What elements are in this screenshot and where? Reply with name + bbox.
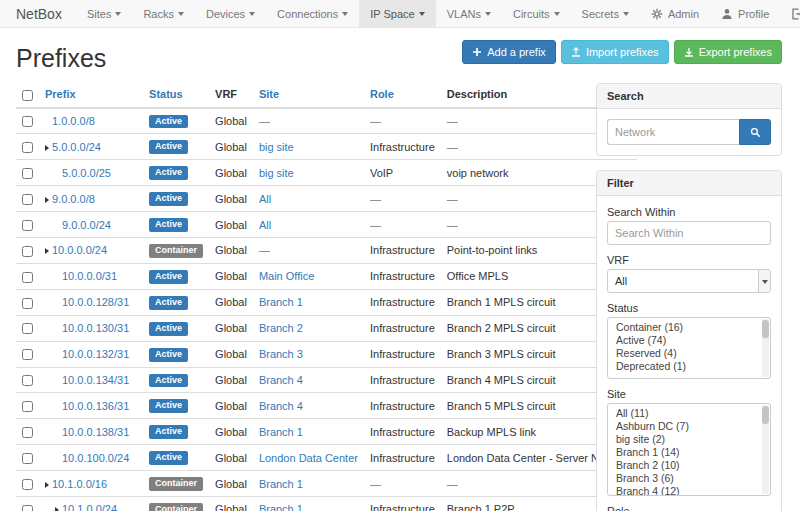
list-option[interactable]: All (11) [608, 407, 770, 420]
prefix-link[interactable]: 10.0.0.132/31 [62, 348, 129, 360]
prefix-link[interactable]: 10.0.0.134/31 [62, 374, 129, 386]
row-checkbox[interactable] [22, 142, 33, 153]
export-prefixes-button[interactable]: Export prefixes [674, 40, 782, 64]
list-option[interactable]: Deprecated (1) [608, 360, 770, 373]
site-link[interactable]: Branch 2 [259, 322, 303, 334]
status-badge: Active [149, 425, 188, 439]
row-checkbox[interactable] [22, 349, 33, 360]
site-link[interactable]: Branch 1 [259, 296, 303, 308]
nav-item-connections[interactable]: Connections [266, 0, 359, 27]
search-input[interactable] [607, 119, 739, 145]
site-listbox[interactable]: All (11)Ashburn DC (7)big site (2)Branch… [607, 403, 771, 496]
row-checkbox[interactable] [22, 246, 33, 257]
app-brand[interactable]: NetBox [0, 0, 76, 27]
prefix-link[interactable]: 10.0.0.0/31 [62, 270, 117, 282]
nav-item-label: Secrets [582, 8, 619, 20]
import-prefixes-button[interactable]: Import prefixes [561, 40, 669, 64]
row-checkbox[interactable] [22, 427, 33, 438]
search-button[interactable] [739, 119, 771, 145]
nav-item-sites[interactable]: Sites [76, 0, 132, 27]
scrollbar-thumb[interactable] [762, 320, 769, 338]
expand-caret-icon [45, 482, 49, 488]
prefix-link[interactable]: 10.0.0.130/31 [62, 322, 129, 334]
prefix-link[interactable]: 9.0.0.0/24 [62, 219, 111, 231]
nav-item-vlans[interactable]: VLANs [436, 0, 502, 27]
list-option[interactable]: Branch 3 (6) [608, 472, 770, 485]
site-link[interactable]: Branch 3 [259, 348, 303, 360]
nav-item-ip-space[interactable]: IP Space [359, 0, 435, 27]
select-all-checkbox[interactable] [22, 90, 33, 101]
nav-item-admin[interactable]: Admin [640, 0, 710, 27]
list-option[interactable]: Reserved (4) [608, 347, 770, 360]
prefix-link[interactable]: 10.0.0.136/31 [62, 400, 129, 412]
row-checkbox[interactable] [22, 194, 33, 205]
prefix-link[interactable]: 10.0.0.0/24 [52, 244, 107, 256]
nav-item-secrets[interactable]: Secrets [571, 0, 640, 27]
nav-item-log-out[interactable]: Log out [780, 0, 800, 27]
search-within-input[interactable] [607, 221, 771, 245]
row-checkbox[interactable] [22, 479, 33, 490]
prefix-link[interactable]: 10.0.100.0/24 [62, 452, 129, 464]
list-option[interactable]: Branch 4 (12) [608, 485, 770, 496]
chevron-down-icon [485, 12, 491, 16]
table-row: 10.0.100.0/24ActiveGlobalLondon Data Cen… [16, 445, 637, 471]
vrf-value: Global [209, 315, 253, 341]
nav-item-label: Admin [668, 8, 699, 20]
row-checkbox[interactable] [22, 401, 33, 412]
site-link[interactable]: big site [259, 141, 294, 153]
row-checkbox[interactable] [22, 220, 33, 231]
row-checkbox[interactable] [22, 505, 33, 511]
prefix-link[interactable]: 5.0.0.0/24 [52, 141, 101, 153]
site-link[interactable]: All [259, 219, 271, 231]
row-checkbox[interactable] [22, 323, 33, 334]
site-link[interactable]: Branch 4 [259, 400, 303, 412]
list-option[interactable]: Branch 2 (10) [608, 459, 770, 472]
vrf-value: Global [209, 393, 253, 419]
column-header-role[interactable]: Role [364, 83, 441, 108]
field-label: Role [607, 505, 771, 511]
row-checkbox[interactable] [22, 298, 33, 309]
site-link[interactable]: London Data Center [259, 452, 358, 464]
site-link[interactable]: All [259, 193, 271, 205]
prefix-link[interactable]: 10.1.0.0/16 [52, 478, 107, 490]
search-panel-title: Search [597, 84, 781, 109]
prefix-link[interactable]: 10.0.0.138/31 [62, 426, 129, 438]
column-header-site[interactable]: Site [253, 83, 364, 108]
site-link[interactable]: big site [259, 167, 294, 179]
prefix-link[interactable]: 5.0.0.0/25 [62, 167, 111, 179]
row-checkbox[interactable] [22, 168, 33, 179]
site-link[interactable]: Branch 4 [259, 374, 303, 386]
column-header-status[interactable]: Status [143, 83, 209, 108]
scrollbar-thumb[interactable] [762, 406, 769, 424]
site-link[interactable]: Main Office [259, 270, 314, 282]
add-a-prefix-button[interactable]: Add a prefix [462, 40, 556, 64]
filter-field-vrf: VRFAll [607, 254, 771, 293]
nav-item-circuits[interactable]: Circuits [502, 0, 571, 27]
row-checkbox[interactable] [22, 116, 33, 127]
site-link[interactable]: Branch 1 [259, 426, 303, 438]
prefix-link[interactable]: 10.0.0.128/31 [62, 296, 129, 308]
select-dropdown-strip[interactable] [758, 270, 770, 292]
list-option[interactable]: Active (74) [608, 334, 770, 347]
row-checkbox[interactable] [22, 453, 33, 464]
vrf-select[interactable]: All [607, 269, 771, 293]
listbox-scrollbar[interactable] [762, 319, 769, 377]
nav-item-racks[interactable]: Racks [132, 0, 195, 27]
nav-item-profile[interactable]: Profile [710, 0, 780, 27]
listbox-scrollbar[interactable] [762, 405, 769, 494]
prefix-link[interactable]: 10.1.0.0/24 [62, 503, 117, 511]
list-option[interactable]: big site (2) [608, 433, 770, 446]
column-header-prefix[interactable]: Prefix [39, 83, 143, 108]
site-link[interactable]: Branch 1 [259, 478, 303, 490]
list-option[interactable]: Branch 1 (14) [608, 446, 770, 459]
nav-item-devices[interactable]: Devices [195, 0, 266, 27]
nav-item-label: VLANs [447, 8, 481, 20]
list-option[interactable]: Container (16) [608, 321, 770, 334]
row-checkbox[interactable] [22, 272, 33, 283]
list-option[interactable]: Ashburn DC (7) [608, 420, 770, 433]
prefix-link[interactable]: 9.0.0.0/8 [52, 193, 95, 205]
site-link[interactable]: Branch 1 [259, 503, 303, 511]
row-checkbox[interactable] [22, 375, 33, 386]
prefix-link[interactable]: 1.0.0.0/8 [52, 115, 95, 127]
status-listbox[interactable]: Container (16)Active (74)Reserved (4)Dep… [607, 317, 771, 379]
